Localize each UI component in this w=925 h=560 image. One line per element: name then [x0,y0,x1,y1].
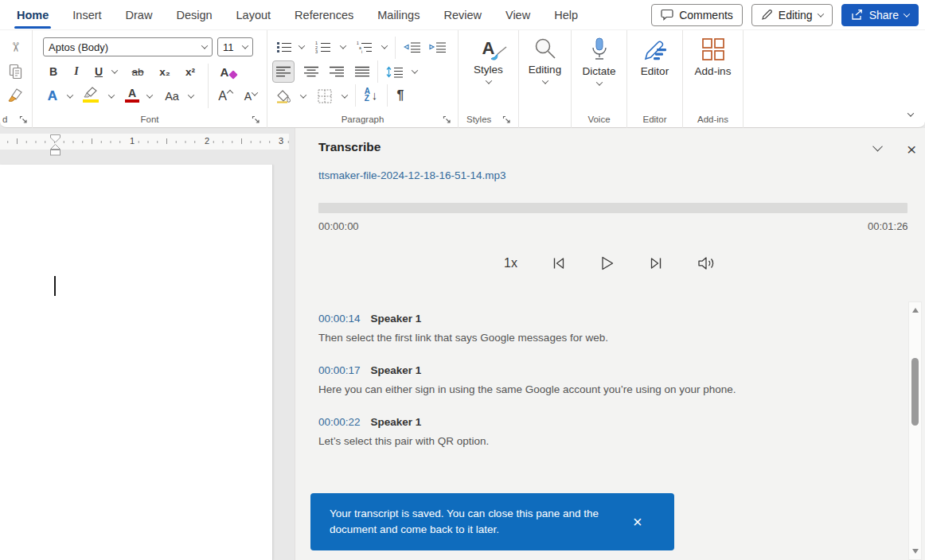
shrink-font-button[interactable]: A [240,87,262,106]
change-case-button[interactable]: Aa [160,87,184,106]
text-effects-dropdown[interactable] [64,87,76,106]
italic-button[interactable]: I [68,62,85,81]
chevron-down-icon[interactable] [904,10,910,17]
entry-text[interactable]: Then select the first link that says Goo… [318,330,876,345]
underline-dropdown[interactable] [109,62,120,81]
share-button[interactable]: Share [841,4,919,26]
pilcrow-button[interactable]: ¶ [390,86,411,105]
ruler-number: 3 [277,136,285,146]
close-pane-icon[interactable]: × [907,141,916,158]
comment-icon [661,9,673,21]
entry-text[interactable]: Here you can either sign in using the sa… [318,382,876,397]
tab-design[interactable]: Design [164,0,224,29]
play-button[interactable] [600,255,615,271]
microphone-icon [591,37,608,62]
font-size-select[interactable]: 11 [217,37,253,56]
borders-button[interactable] [314,87,336,106]
toast-close-icon[interactable]: × [633,514,642,530]
change-case-dropdown[interactable] [185,87,197,106]
editing-mode-button[interactable]: Editing [751,4,833,26]
volume-button[interactable] [697,255,717,271]
shading-dropdown[interactable] [298,87,309,106]
cut-button[interactable]: ✂ [6,37,25,56]
shading-button[interactable] [274,87,295,106]
bold-button[interactable]: B [44,62,63,81]
audio-file-link[interactable]: ttsmaker-file-2024-12-18-16-51-14.mp3 [318,169,506,181]
format-painter-button[interactable] [5,86,25,105]
bullets-button[interactable] [274,37,295,56]
tab-layout[interactable]: Layout [224,0,283,29]
styles-button[interactable]: A Styles [459,37,518,84]
dictate-button[interactable]: Dictate [572,37,626,86]
font-color-dropdown[interactable] [144,87,155,106]
skip-forward-button[interactable] [648,255,664,271]
font-dialog-launcher-icon[interactable] [252,115,260,124]
styles-dialog-launcher-icon[interactable] [502,115,511,124]
scrollbar-thumb[interactable] [911,358,919,426]
tab-mailings[interactable]: Mailings [365,0,431,29]
editor-group: Editor Editor [627,30,683,129]
numbering-button[interactable]: 123 [312,37,334,56]
line-spacing-button[interactable] [384,62,406,81]
tab-home[interactable]: Home [5,0,60,29]
tab-view[interactable]: View [494,0,542,29]
paragraph-dialog-launcher-icon[interactable] [443,115,451,124]
sort-button[interactable]: AZ ↓ [358,85,384,104]
line-spacing-dropdown[interactable] [409,62,420,81]
numbering-dropdown[interactable] [338,37,349,56]
playback-speed-button[interactable]: 1x [504,256,517,270]
chevron-down-icon [108,91,115,98]
justify-button[interactable] [352,62,373,81]
align-center-button[interactable] [301,62,322,81]
skip-back-button[interactable] [551,255,567,271]
multilevel-list-button[interactable]: 1ai [353,37,376,56]
grow-font-button[interactable]: A [214,87,236,106]
text-effects-button[interactable]: A [42,87,63,106]
chevron-down-icon[interactable] [817,10,823,17]
strikethrough-button[interactable]: ab [127,62,149,81]
underline-button[interactable]: U [90,62,107,81]
audio-progress-bar[interactable] [318,203,907,213]
bullets-dropdown[interactable] [296,37,307,56]
copy-button[interactable] [6,62,25,81]
scroll-up-icon[interactable] [912,308,919,313]
editor-button[interactable]: Editor [627,37,682,77]
entry-timestamp[interactable]: 00:00:17 [318,364,361,376]
borders-dropdown[interactable] [339,87,350,106]
scroll-down-icon[interactable] [912,549,919,554]
scrollbar[interactable] [908,301,922,560]
document-page[interactable] [0,165,273,560]
subscript-button[interactable]: x₂ [155,62,174,81]
tab-references[interactable]: References [283,0,365,29]
comments-button[interactable]: Comments [651,4,743,26]
collapse-pane-icon[interactable] [872,142,883,152]
clear-formatting-button[interactable]: A [216,62,241,81]
entry-text[interactable]: Let’s select this pair with QR option. [318,434,876,449]
collapse-ribbon-button[interactable] [903,105,919,124]
entry-timestamp[interactable]: 00:00:14 [318,313,361,325]
align-left-button[interactable] [272,60,295,83]
tab-help[interactable]: Help [542,0,590,29]
highlight-dropdown[interactable] [106,87,117,106]
increase-indent-button[interactable] [427,37,449,56]
tab-draw[interactable]: Draw [114,0,165,29]
font-color-button[interactable]: A [122,85,142,104]
menu-bar: Home Insert Draw Design Layout Reference… [0,0,925,29]
highlight-button[interactable] [79,85,103,104]
subscript-label: x₂ [159,66,170,78]
addins-button[interactable]: Add-ins [683,37,743,77]
indent-markers[interactable] [49,134,62,157]
superscript-button[interactable]: x² [181,62,200,81]
skip-back-icon [551,255,567,271]
align-right-button[interactable] [326,62,347,81]
align-center-icon [304,66,318,77]
horizontal-ruler[interactable]: 1 2 3 [0,134,289,150]
editing-button[interactable]: Editing [519,37,571,84]
tab-review[interactable]: Review [431,0,494,29]
font-family-select[interactable]: Aptos (Body) [43,37,213,56]
entry-timestamp[interactable]: 00:00:22 [318,416,361,428]
clipboard-dialog-launcher-icon[interactable] [19,115,28,124]
tab-insert[interactable]: Insert [60,0,113,29]
multilevel-dropdown[interactable] [379,37,390,56]
decrease-indent-button[interactable] [401,37,423,56]
